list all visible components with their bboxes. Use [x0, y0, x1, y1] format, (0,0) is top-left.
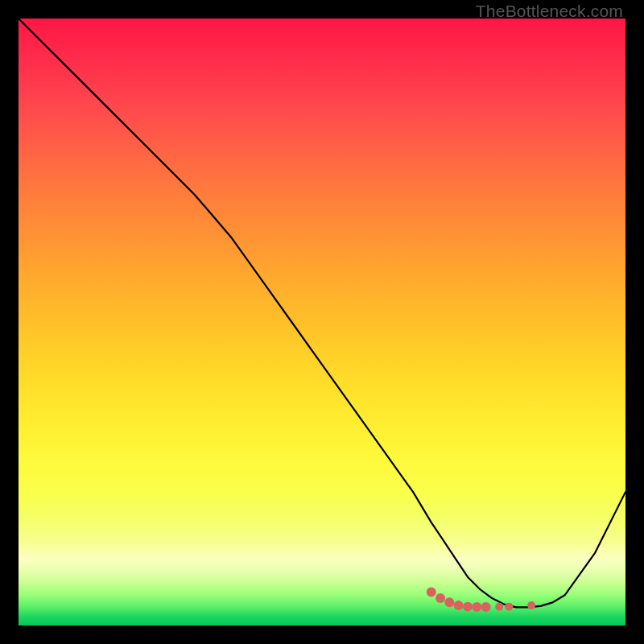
- optimal-marker: [463, 602, 473, 612]
- optimal-marker: [495, 603, 503, 611]
- optimal-marker: [427, 588, 436, 597]
- optimal-marker: [481, 602, 491, 612]
- bottleneck-curve: [19, 19, 625, 607]
- optimal-marker: [527, 601, 535, 609]
- optimal-marker: [505, 603, 513, 611]
- optimal-marker: [472, 602, 481, 612]
- chart-svg: [19, 19, 625, 625]
- optimal-marker: [444, 597, 454, 607]
- curve-group: [19, 19, 625, 607]
- optimal-marker: [436, 593, 445, 603]
- optimal-marker: [454, 601, 464, 610]
